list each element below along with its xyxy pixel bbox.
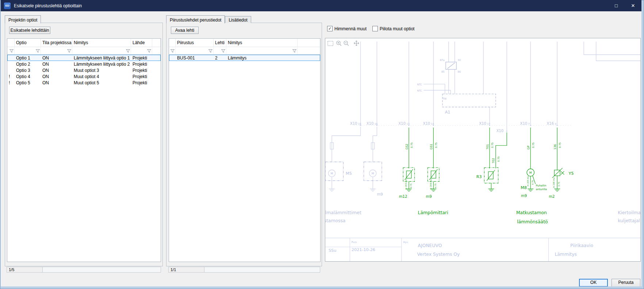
- zoom-in-icon[interactable]: [337, 41, 341, 46]
- cancel-button[interactable]: Peruuta: [612, 279, 640, 287]
- column-header-nimitys[interactable]: Nimitys: [226, 39, 298, 47]
- zoom-out-icon[interactable]: [344, 41, 349, 46]
- table-row[interactable]: ! Optio 4 ON Muut optiot 4 Projekti: [7, 73, 161, 80]
- svg-text:X10: X10: [496, 129, 503, 133]
- cell-nimitys: Muut optiot 5: [72, 80, 131, 85]
- table-row[interactable]: Optio 1 ON Lämmitykseen liittyvä optio 1…: [7, 55, 161, 61]
- column-header-nimitys[interactable]: Nimitys: [72, 39, 131, 47]
- svg-text:13: 13: [406, 123, 410, 126]
- table-row[interactable]: BUS-001 2 Lämmitys: [169, 55, 320, 61]
- svg-text:TW: TW: [442, 97, 446, 100]
- filter-icon[interactable]: [208, 49, 212, 53]
- cell-lahde: Projekti: [131, 55, 152, 61]
- svg-text:oilmalämmittimet: oilmalämmittimet: [325, 210, 361, 215]
- zoom-window-icon[interactable]: [328, 41, 333, 46]
- horizontal-scrollbar[interactable]: [43, 267, 161, 273]
- svg-text:AJONEUVO: AJONEUVO: [418, 243, 442, 248]
- svg-text:NTC: NTC: [417, 83, 422, 86]
- svg-text:Kiertoilmal: Kiertoilmal: [618, 210, 640, 215]
- checkbox-box: ✓: [327, 26, 333, 31]
- column-header-tila[interactable]: Tila projektissa: [41, 39, 72, 47]
- horizontal-scrollbar[interactable]: [204, 267, 320, 273]
- window-title: Esikatsele piirustuslehtiä optioittain: [14, 3, 82, 8]
- svg-text:ustamossa: ustamossa: [325, 219, 345, 224]
- svg-text:0.75: 0.75: [410, 183, 412, 188]
- cell-tila: ON: [41, 80, 72, 85]
- svg-text:0.75: 0.75: [491, 142, 494, 148]
- svg-text:Lämpömittari: Lämpömittari: [418, 210, 448, 215]
- app-icon-label: ED: [5, 4, 9, 7]
- preview-by-sheet-button[interactable]: Esikatsele lehdittäin: [9, 27, 50, 34]
- svg-text:Matkustamon: Matkustamon: [516, 210, 547, 215]
- svg-text:701: 701: [486, 144, 489, 150]
- column-header-optio[interactable]: Optio: [15, 39, 41, 47]
- filter-icon[interactable]: [170, 49, 175, 53]
- cell-optio: Optio 3: [15, 68, 41, 73]
- drawing-canvas[interactable]: M5 m9 M M NTC NTC TW A1 87a 30 85 86 X10…: [325, 38, 640, 261]
- dialog-window: ED Esikatsele piirustuslehtiä optioittai…: [0, 0, 644, 289]
- sheets-table-header: Piirustus Lehti Nimitys: [169, 39, 320, 47]
- cell-optio: Optio 5: [15, 80, 41, 85]
- open-sheet-button[interactable]: Avaa lehti: [171, 27, 199, 34]
- table-row[interactable]: ! Optio 5 ON Muut optiot 5 Projekti: [7, 80, 161, 86]
- checkbox-label: Himmennä muut: [334, 26, 367, 31]
- titlebar: ED Esikatsele piirustuslehtiä optioittai…: [1, 0, 641, 11]
- ok-button[interactable]: OK: [579, 279, 608, 287]
- tab-perustiedot[interactable]: Piirustuslehdet perustiedot: [166, 15, 225, 23]
- svg-text:702: 702: [492, 158, 495, 163]
- filter-icon[interactable]: [36, 49, 40, 53]
- middle-tabstrip: Piirustuslehdet perustiedot Lisätiedot: [166, 15, 251, 23]
- filter-icon[interactable]: [67, 49, 71, 53]
- svg-text:Y5: Y5: [568, 171, 574, 176]
- table-row[interactable]: Optio 2 ON Lämmitykseen liittyvä optio 2…: [7, 61, 161, 67]
- filter-icon[interactable]: [9, 49, 14, 53]
- close-button[interactable]: ✕: [625, 0, 641, 11]
- maximize-button[interactable]: □: [608, 0, 625, 11]
- svg-text:Piirikaavio: Piirikaavio: [570, 243, 593, 248]
- cell-lahde: Projekti: [131, 74, 152, 79]
- svg-text:M8: M8: [521, 185, 527, 190]
- column-header-lehti[interactable]: Lehti: [214, 39, 226, 47]
- svg-text:86: 86: [457, 70, 461, 73]
- column-header-filler: [298, 39, 320, 47]
- svg-text:Vertex Systems Oy: Vertex Systems Oy: [417, 252, 460, 257]
- svg-text:14: 14: [431, 123, 434, 126]
- options-table-filter-row: [7, 47, 161, 55]
- svg-text:m9: m9: [377, 192, 383, 196]
- checkbox-box: [372, 26, 378, 31]
- filter-icon[interactable]: [126, 49, 130, 53]
- cell-tila: ON: [41, 55, 72, 61]
- table-row[interactable]: Optio 3 ON Muut optiot 3 Projekti: [7, 67, 161, 73]
- hide-other-options-checkbox[interactable]: Piilota muut optiot: [372, 26, 414, 31]
- filter-icon[interactable]: [221, 49, 225, 53]
- row-count: 1/5: [7, 267, 43, 273]
- svg-text:m 204 mu: m 204 mu: [430, 179, 432, 190]
- column-header-lahde[interactable]: Lähde: [131, 39, 152, 47]
- svg-text:0.75: 0.75: [558, 182, 560, 186]
- cell-nimitys: Lämmitys: [226, 55, 298, 61]
- filter-icon[interactable]: [147, 49, 151, 53]
- svg-text:15: 15: [358, 123, 361, 126]
- pan-icon[interactable]: [354, 41, 359, 46]
- svg-text:m9: m9: [426, 194, 432, 199]
- svg-text:7: 7: [528, 123, 530, 126]
- tab-lisatiedot[interactable]: Lisätiedot: [225, 16, 251, 23]
- svg-text:m9: m9: [521, 194, 527, 198]
- cell-lahde: Projekti: [131, 62, 152, 67]
- schematic-highlight-labels: R3 M8 m9 m12 m9 m2 Y5 M Puhallin anturil…: [399, 142, 574, 224]
- options-table: Optio Tila projektissa Nimitys Lähde Opt…: [7, 38, 161, 262]
- svg-text:0.75: 0.75: [435, 142, 438, 148]
- dim-others-checkbox[interactable]: ✓ Himmennä muut: [327, 26, 367, 31]
- svg-text:0.75: 0.75: [532, 180, 534, 185]
- svg-text:kuljettajall: kuljettajall: [618, 219, 640, 224]
- checkbox-label: Piilota muut optiot: [380, 26, 414, 31]
- svg-text:GP: GP: [527, 146, 530, 150]
- column-header-piirustus[interactable]: Piirustus: [176, 39, 214, 47]
- drawing-preview-panel[interactable]: M5 m9 M M NTC NTC TW A1 87a 30 85 86 X10…: [325, 38, 641, 262]
- cell-nimitys: Muut optiot 3: [72, 68, 131, 73]
- svg-text:X10: X10: [367, 122, 374, 126]
- tab-projektin-optiot[interactable]: Projektin optiot: [5, 15, 41, 23]
- schematic-dimmed-labels: M5 m9 M M NTC NTC TW A1 87a 30 85 86 X10…: [325, 59, 640, 224]
- filter-icon[interactable]: [292, 49, 296, 53]
- svg-text:NTC: NTC: [417, 89, 422, 92]
